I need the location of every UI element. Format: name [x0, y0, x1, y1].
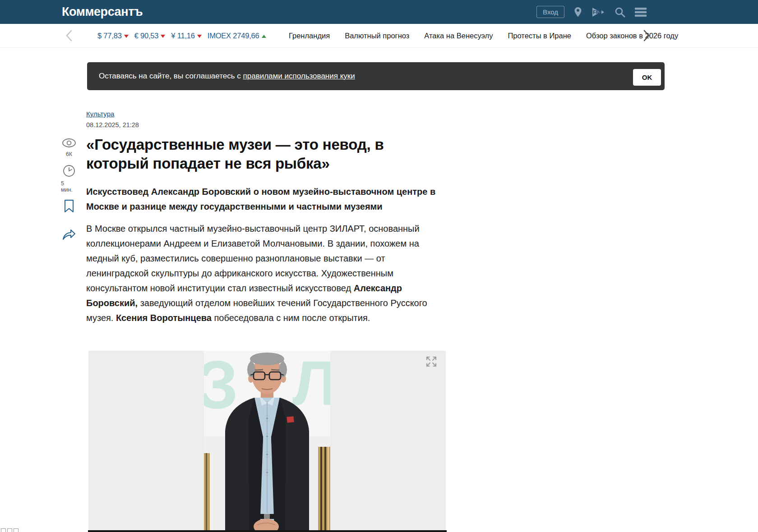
location-pin-icon[interactable]	[574, 7, 582, 18]
header-actions: Вход FM	[536, 0, 647, 24]
arrow-down-icon	[197, 35, 202, 38]
article-photo[interactable]: З Л	[204, 351, 330, 530]
lead-text: побеседовала с ним после открытия.	[212, 313, 370, 323]
trending-topics: Гренландия Валютный прогноз Атака на Вен…	[289, 24, 678, 47]
arrow-down-icon	[161, 35, 165, 38]
cropped-corner-fragment	[1, 528, 18, 532]
cookie-ok-button[interactable]: OK	[633, 69, 661, 86]
cookie-text-prefix: Оставаясь на сайте, вы соглашаетесь с	[99, 72, 243, 80]
svg-text:FM: FM	[593, 9, 600, 15]
views-eye-icon	[62, 138, 76, 150]
share-icon[interactable]	[62, 228, 76, 243]
category-link[interactable]: Культура	[86, 110, 114, 118]
top-navigation-bar: Коммерсантъ Вход FM	[0, 0, 758, 24]
quote-imoex-value: IMOEX 2749,66	[208, 32, 259, 40]
cookie-policy-link[interactable]: правилами использования куки	[243, 72, 355, 80]
topic-link[interactable]: Валютный прогноз	[345, 32, 409, 40]
quote-imoex[interactable]: IMOEX 2749,66	[208, 32, 266, 40]
topic-link[interactable]: Атака на Венесуэлу	[424, 32, 493, 40]
publish-datetime: 08.12.2025, 21:28	[86, 121, 139, 128]
article-title: «Государственные музеи — это невод, в ко…	[86, 135, 407, 173]
expand-photo-icon[interactable]	[425, 355, 438, 368]
ticker-next-icon[interactable]	[643, 30, 650, 43]
article-photo-block: З Л	[88, 351, 446, 530]
views-count: 6К	[66, 151, 72, 157]
quote-usd-value: $ 77,83	[97, 32, 122, 40]
menu-icon[interactable]	[635, 7, 647, 17]
quote-eur[interactable]: € 90,53	[134, 32, 166, 40]
search-icon[interactable]	[615, 7, 625, 18]
ticker-prev-icon[interactable]	[65, 30, 73, 43]
article-meta-rail: 6К 5 мин.	[61, 138, 77, 243]
news-ticker-bar: $ 77,83 € 90,53 ¥ 11,16 IMOEX 2749,66 Гр…	[0, 24, 758, 48]
kommersant-fm-icon[interactable]: FM	[592, 7, 605, 18]
cookie-consent-banner: Оставаясь на сайте, вы соглашаетесь с пр…	[87, 62, 665, 90]
kommersant-article-page: Коммерсантъ Вход FM $ 77,83 € 90,53 ¥ 11…	[0, 0, 758, 532]
next-block-edge	[88, 530, 447, 532]
topic-link[interactable]: Гренландия	[289, 32, 330, 40]
read-time: 5 мин.	[61, 180, 77, 193]
kommersant-logo[interactable]: Коммерсантъ	[62, 5, 143, 19]
login-button[interactable]: Вход	[536, 6, 564, 18]
article-lead-paragraph: В Москве открылся частный музейно-выстав…	[86, 221, 438, 326]
quote-eur-value: € 90,53	[134, 32, 159, 40]
quote-cny[interactable]: ¥ 11,16	[171, 32, 201, 40]
topic-link[interactable]: Обзор законов в 2026 году	[586, 32, 678, 40]
read-time-clock-icon	[63, 165, 75, 179]
arrow-up-icon	[262, 35, 266, 38]
topic-link[interactable]: Протесты в Иране	[508, 32, 571, 40]
currency-quotes: $ 77,83 € 90,53 ¥ 11,16 IMOEX 2749,66	[97, 24, 266, 47]
bookmark-icon[interactable]	[64, 199, 74, 215]
lead-person-name: Ксения Воротынцева	[116, 313, 212, 323]
article-subtitle: Искусствовед Александр Боровский о новом…	[86, 184, 438, 214]
quote-usd[interactable]: $ 77,83	[97, 32, 129, 40]
arrow-down-icon	[124, 35, 129, 38]
cookie-consent-text: Оставаясь на сайте, вы соглашаетесь с пр…	[99, 72, 355, 81]
lead-text: В Москве открылся частный музейно-выстав…	[86, 224, 420, 293]
quote-cny-value: ¥ 11,16	[171, 32, 194, 40]
